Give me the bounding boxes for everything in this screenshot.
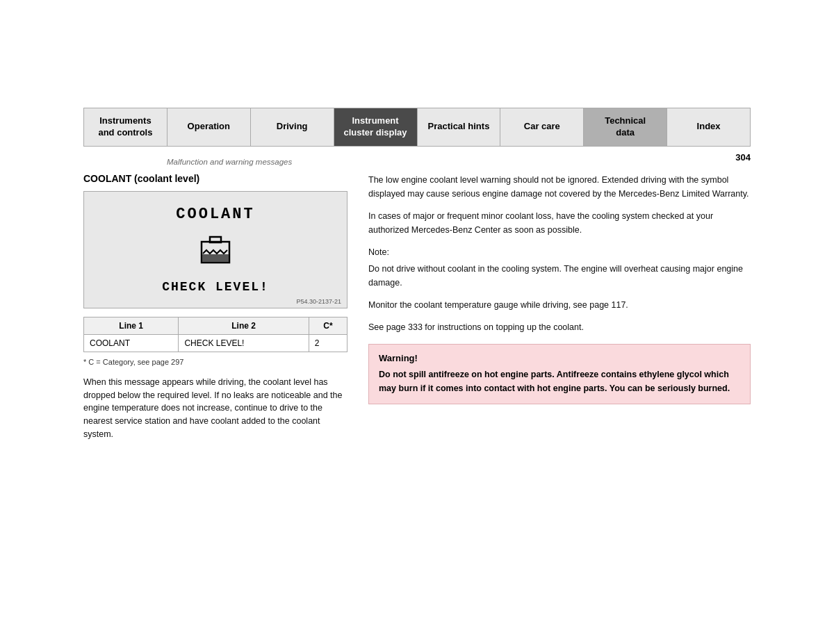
table-header-line2: Line 2 — [179, 317, 309, 334]
display-text-top: COOLANT — [98, 206, 333, 223]
left-column: COOLANT (coolant level) COOLANT CHECK LE… — [83, 173, 348, 441]
table-header-line1: Line 1 — [84, 317, 179, 334]
right-para-note: Note: — [368, 245, 751, 259]
nav-instrument-cluster[interactable]: Instrument cluster display — [334, 108, 418, 146]
body-text: When this message appears while driving,… — [83, 376, 348, 441]
coolant-icon-container — [98, 231, 333, 272]
section-title: COOLANT (coolant level) — [83, 173, 348, 184]
warning-title: Warning! — [379, 353, 740, 363]
nav-instruments[interactable]: Instruments and controls — [84, 108, 167, 146]
display-text-bottom: CHECK LEVEL! — [98, 280, 333, 294]
table-cell-line1: COOLANT — [84, 334, 179, 352]
content-area: COOLANT (coolant level) COOLANT CHECK LE… — [83, 173, 751, 441]
right-para-1: The low engine coolant level warning sho… — [368, 173, 751, 201]
nav-technical-data[interactable]: Technical data — [584, 108, 667, 146]
right-para-5: See page 333 for instructions on topping… — [368, 320, 751, 334]
table-cell-cat: 2 — [309, 334, 347, 352]
right-para-2: In cases of major or frequent minor cool… — [368, 209, 751, 237]
right-para-4: Monitor the coolant temperature gauge wh… — [368, 298, 751, 312]
svg-rect-2 — [202, 254, 229, 262]
nav-operation[interactable]: Operation — [167, 108, 251, 146]
navigation-bar: Instruments and controls Operation Drivi… — [83, 108, 751, 147]
svg-rect-1 — [210, 237, 221, 242]
warning-box: Warning! Do not spill antifreeze on hot … — [368, 344, 751, 404]
nav-practical-hints[interactable]: Practical hints — [418, 108, 501, 146]
table-cell-line2: CHECK LEVEL! — [179, 334, 309, 352]
coolant-reservoir-icon — [195, 231, 236, 270]
nav-index[interactable]: Index — [667, 108, 750, 146]
nav-car-care[interactable]: Car care — [500, 108, 584, 146]
table-footnote: * C = Category, see page 297 — [83, 358, 348, 366]
right-para-3: Do not drive without coolant in the cool… — [368, 262, 751, 290]
table-header-c: C* — [309, 317, 347, 334]
table-row: COOLANT CHECK LEVEL! 2 — [84, 334, 348, 352]
data-table: Line 1 Line 2 C* COOLANT CHECK LEVEL! 2 — [83, 317, 348, 352]
warning-text: Do not spill antifreeze on hot engine pa… — [379, 368, 740, 395]
page-number: 304 — [735, 152, 751, 166]
coolant-display-image: COOLANT CHECK LEVEL! P54.30-2137-21 — [83, 191, 348, 308]
right-column: The low engine coolant level warning sho… — [368, 173, 751, 441]
breadcrumb: Malfunction and warning messages — [167, 158, 292, 166]
nav-driving[interactable]: Driving — [251, 108, 334, 146]
part-number: P54.30-2137-21 — [296, 298, 341, 305]
